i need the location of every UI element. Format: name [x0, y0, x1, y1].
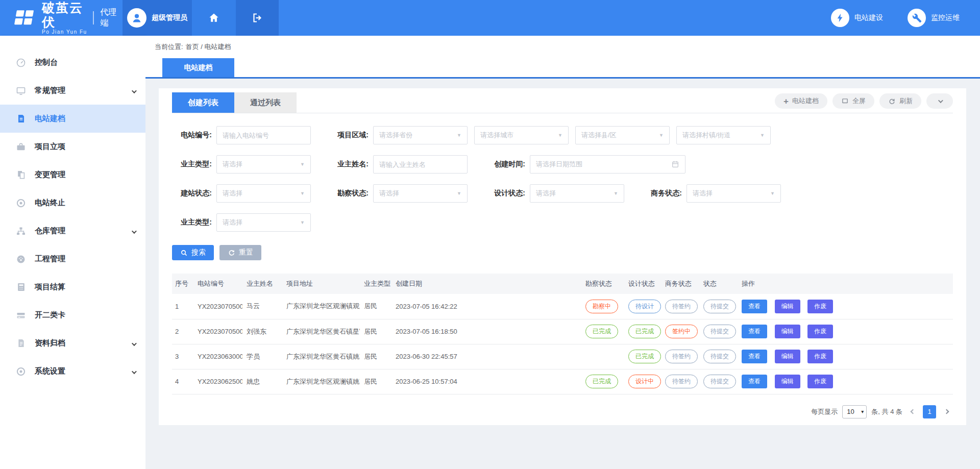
edit-button[interactable]: 编辑: [775, 325, 800, 338]
province-select[interactable]: 请选择省份 ▼: [373, 126, 468, 144]
view-button[interactable]: 查看: [742, 300, 767, 313]
gauge-icon: [15, 254, 27, 265]
prev-page-button[interactable]: [907, 405, 918, 418]
void-button[interactable]: 作废: [807, 375, 833, 388]
chevron-down-icon: [132, 227, 135, 235]
caret-down-icon: ▼: [614, 191, 618, 196]
build-status-select[interactable]: 请选择 ▼: [216, 184, 311, 203]
nav-monitor-ops[interactable]: 监控运维: [908, 9, 960, 27]
town-placeholder: 请选择村镇/街道: [682, 131, 731, 140]
collapse-toolbar-button[interactable]: [926, 93, 953, 109]
survey-status-select[interactable]: 请选择 ▼: [373, 184, 468, 203]
filter-station-code: 电站编号:: [172, 126, 329, 144]
nav-station-build-label: 电站建设: [854, 13, 883, 22]
date-range-placeholder: 请选择日期范围: [536, 160, 582, 169]
col-owner: 业主姓名: [242, 274, 282, 294]
per-page-select[interactable]: 10 ▾: [842, 405, 867, 418]
sidebar-item-change-mgmt[interactable]: 变更管理: [0, 161, 145, 189]
table-row: 2 YX2023070500010 刘强东 广东深圳龙华区黄石镇星官大... 居…: [172, 319, 953, 344]
reset-button[interactable]: 重置: [219, 245, 261, 260]
create-time-label: 创建时间:: [485, 160, 525, 169]
design-status-label: 设计状态:: [485, 189, 525, 198]
owner-name-input[interactable]: [373, 155, 468, 174]
county-select[interactable]: 请选择县/区 ▼: [575, 126, 670, 144]
user-name: 超级管理员: [152, 13, 187, 22]
sidebar-item-label: 常规管理: [35, 86, 65, 95]
design-status-placeholder: 请选择: [536, 189, 556, 198]
design-status-select[interactable]: 请选择 ▼: [530, 184, 624, 203]
filter-region: 项目区域: 请选择省份 ▼ 请选择城市 ▼ 请选择: [329, 126, 771, 144]
refresh-button[interactable]: 刷新: [879, 93, 921, 109]
create-station-button[interactable]: + 电站建档: [775, 93, 827, 109]
page-tab-station-filing[interactable]: 电站建档: [162, 58, 234, 77]
caret-down-icon: ▼: [300, 191, 305, 196]
edit-button[interactable]: 编辑: [775, 350, 800, 363]
app: 破茧云伏 Po Jian Yun Fu 代理端 超级管理员: [0, 0, 980, 469]
owner-name-label: 业主姓名:: [329, 160, 369, 169]
page-tab-row: 电站建档: [145, 58, 980, 77]
design-status-badge: 已完成: [628, 325, 661, 338]
fullscreen-button[interactable]: 全屏: [832, 93, 874, 109]
edit-button[interactable]: 编辑: [775, 300, 800, 313]
col-status: 状态: [699, 274, 738, 294]
owner-type-select[interactable]: 请选择 ▼: [216, 155, 311, 174]
cell-owner-type: 居民: [360, 344, 391, 369]
page-number-1[interactable]: 1: [923, 405, 936, 418]
sidebar-item-general-mgmt[interactable]: 常规管理: [0, 77, 145, 105]
date-range-picker[interactable]: 请选择日期范围: [530, 155, 685, 174]
refresh-label: 刷新: [899, 96, 913, 106]
view-button[interactable]: 查看: [742, 325, 767, 338]
caret-down-icon: ▼: [558, 133, 562, 138]
business-status-select[interactable]: 请选择 ▼: [687, 184, 781, 203]
filter-row-4: 业主类型: 请选择 ▼: [172, 213, 953, 232]
sidebar-item-console[interactable]: 控制台: [0, 48, 145, 77]
sidebar-item-station-termination[interactable]: 电站终止: [0, 189, 145, 217]
home-button[interactable]: [192, 0, 236, 36]
per-page-value: 10: [847, 408, 854, 415]
survey-status-placeholder: 请选择: [379, 189, 399, 198]
tab-create-list[interactable]: 创建列表: [172, 92, 234, 113]
logo-subtitle: Po Jian Yun Fu: [42, 29, 92, 35]
sidebar-item-type2-card[interactable]: 开二类卡: [0, 301, 145, 329]
design-status-badge: 已完成: [628, 350, 661, 363]
sidebar-item-system-settings[interactable]: 系统设置: [0, 357, 145, 385]
void-button[interactable]: 作废: [807, 300, 833, 313]
cell-created: 2023-06-25 10:57:04: [391, 369, 581, 394]
sidebar-item-project-settlement[interactable]: 项目结算: [0, 273, 145, 301]
user-menu[interactable]: 超级管理员: [122, 0, 192, 36]
sidebar: 控制台 常规管理 电站建档: [0, 36, 145, 469]
sidebar-item-project-approval[interactable]: 项目立项: [0, 133, 145, 161]
sidebar-item-station-filing[interactable]: 电站建档: [0, 105, 145, 133]
nav-station-build[interactable]: 电站建设: [831, 9, 883, 27]
sidebar-item-warehouse-mgmt[interactable]: 仓库管理: [0, 217, 145, 245]
design-status-badge: 待设计: [628, 300, 661, 313]
town-select[interactable]: 请选择村镇/街道 ▼: [676, 126, 771, 144]
logout-button[interactable]: [236, 0, 279, 36]
station-code-input[interactable]: [216, 126, 311, 144]
col-business: 商务状态: [661, 274, 699, 294]
view-button[interactable]: 查看: [742, 350, 767, 363]
lightning-icon: [831, 9, 849, 27]
table-row: 4 YX2023062500004 姚忠 广东深圳龙华区观澜镇姚家庄... 居民…: [172, 369, 953, 394]
chevron-down-icon: [132, 339, 135, 348]
void-button[interactable]: 作废: [807, 350, 833, 363]
owner-type2-select[interactable]: 请选择 ▼: [216, 213, 311, 232]
filter-buttons: 搜索 重置: [172, 245, 953, 260]
sidebar-item-engineering-mgmt[interactable]: 工程管理: [0, 245, 145, 273]
edit-button[interactable]: 编辑: [775, 375, 800, 388]
next-page-button[interactable]: [941, 405, 952, 418]
business-status-placeholder: 请选择: [693, 189, 713, 198]
filter-build-status: 建站状态: 请选择 ▼: [172, 184, 329, 203]
briefcase-icon: [15, 141, 27, 153]
void-button[interactable]: 作废: [807, 325, 833, 338]
create-station-label: 电站建档: [792, 96, 819, 106]
cell-owner: 马云: [242, 294, 282, 319]
cell-code: YX2023070500011: [193, 294, 242, 319]
sidebar-item-archives[interactable]: 资料归档: [0, 329, 145, 357]
tab-approved-list[interactable]: 通过列表: [234, 92, 297, 113]
business-status-label: 商务状态:: [642, 189, 682, 198]
cell-index: 1: [172, 294, 193, 319]
view-button[interactable]: 查看: [742, 375, 767, 388]
search-button[interactable]: 搜索: [172, 245, 214, 260]
city-select[interactable]: 请选择城市 ▼: [474, 126, 569, 144]
